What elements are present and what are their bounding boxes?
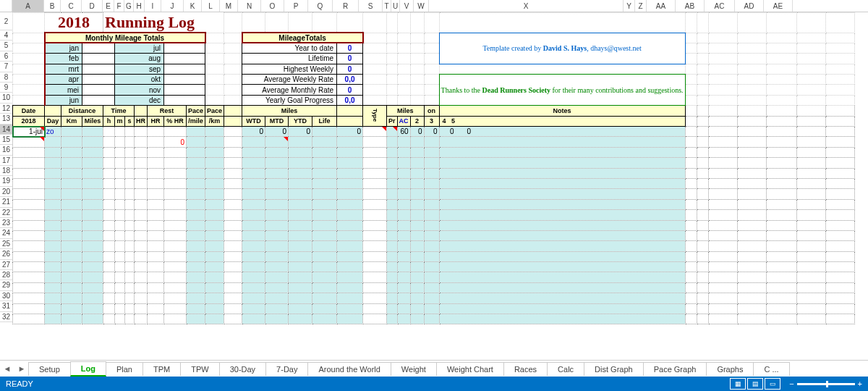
tab-c-[interactable]: C ...	[753, 362, 789, 376]
zoom-in-icon[interactable]: +	[858, 379, 862, 388]
tab-calc[interactable]: Calc	[547, 362, 584, 376]
tab-weight[interactable]: Weight	[391, 362, 437, 376]
tab-around-the-world[interactable]: Around the World	[307, 362, 391, 376]
tab-tpw[interactable]: TPW	[180, 362, 219, 376]
tab-plan[interactable]: Plan	[106, 362, 143, 376]
zoom-control[interactable]: − +	[789, 378, 862, 390]
zoom-out-icon[interactable]: −	[789, 379, 793, 388]
tab-prev-icon[interactable]: ◄	[0, 361, 14, 376]
tab-tpm[interactable]: TPM	[142, 362, 181, 376]
view-normal-icon[interactable]: ▦	[730, 378, 746, 390]
tab-pace-graph[interactable]: Pace Graph	[643, 362, 707, 376]
tab-races[interactable]: Races	[503, 362, 548, 376]
tab-next-icon[interactable]: ►	[14, 361, 29, 376]
tab-dist-graph[interactable]: Dist Graph	[584, 362, 644, 376]
status-text: READY	[6, 379, 33, 388]
status-bar: READY ▦ ▤ ▭ − +	[0, 377, 868, 391]
tab-weight-chart[interactable]: Weight Chart	[436, 362, 504, 376]
sheet-tabs: ◄ ► SetupLogPlanTPMTPW30-Day7-DayAround …	[0, 360, 868, 377]
tab-graphs[interactable]: Graphs	[706, 362, 754, 376]
view-break-icon[interactable]: ▭	[765, 378, 780, 390]
worksheet[interactable]: 2456789101213141516171819202122232425262…	[0, 12, 868, 360]
tab-30-day[interactable]: 30-Day	[219, 362, 266, 376]
tab-log[interactable]: Log	[70, 361, 106, 377]
tab-7-day[interactable]: 7-Day	[265, 362, 308, 376]
tab-setup[interactable]: Setup	[28, 362, 71, 376]
view-layout-icon[interactable]: ▤	[747, 378, 763, 390]
column-headers: ABCDEFGHIJKLMNOPQRSTUVWXYZAAABACADAE	[0, 0, 868, 12]
row-headers: 2456789101213141516171819202122232425262…	[0, 12, 12, 322]
